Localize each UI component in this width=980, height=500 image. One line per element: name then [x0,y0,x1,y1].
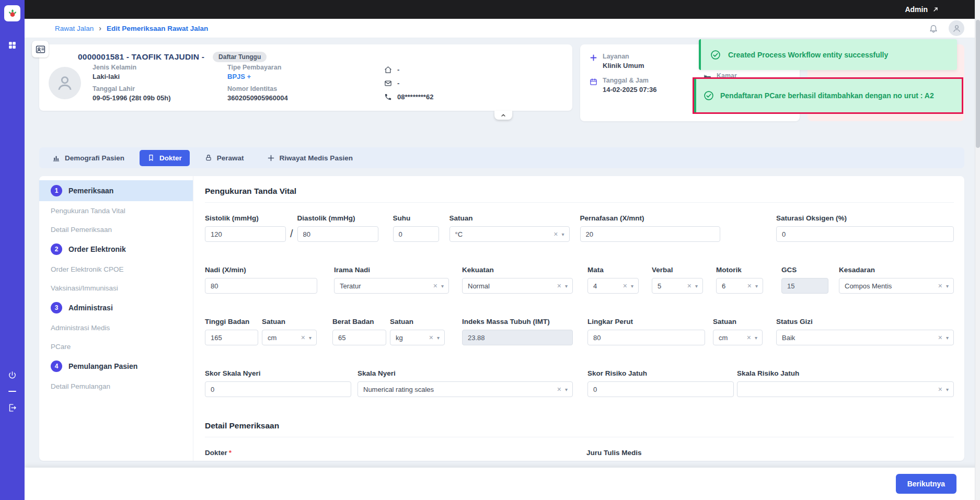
chevron-down-icon[interactable]: ▾ [946,387,949,392]
jenis-kelamin-value: Laki-laki [93,73,227,80]
dokter-label: Dokter [205,449,227,457]
chevron-down-icon[interactable]: ▾ [755,335,757,341]
irama-nadi-select[interactable]: Teratur × ▾ [334,278,449,294]
suhu-input[interactable] [393,226,439,242]
skala-risiko-jatuh-select[interactable]: × ▾ [737,381,954,397]
step-sub-order-elektronik-cpoe[interactable]: Order Elektronik CPOE [39,260,193,278]
chevron-down-icon[interactable]: ▾ [441,283,444,289]
chevron-down-icon[interactable]: ▾ [565,387,568,392]
satuan-suhu-select[interactable]: °C × ▾ [449,226,570,242]
bell-icon[interactable] [929,24,938,33]
chevron-down-icon[interactable]: ▾ [695,283,698,289]
tab-demografi-pasien[interactable]: Demografi Pasien [44,150,132,166]
apps-grid-icon[interactable] [0,41,25,50]
step-sub-pcare[interactable]: PCare [39,337,193,356]
contact-address-row: - [384,66,433,74]
diastolik-input[interactable] [297,226,378,242]
chevron-down-icon[interactable]: ▾ [946,283,949,289]
clear-icon[interactable]: × [687,282,691,290]
satuan-tinggi-select[interactable]: cm × ▾ [262,330,317,345]
satuan-lingkar-select[interactable]: cm × ▾ [713,330,763,345]
sistolik-input[interactable] [205,226,286,242]
pernafasan-input[interactable] [580,226,720,242]
logo-glyph [7,8,18,19]
chevron-down-icon[interactable]: ▾ [631,283,633,289]
step-pemeriksaan[interactable]: 1 Pemeriksaan [39,180,193,201]
clear-icon[interactable]: × [557,282,561,290]
admin-user-label[interactable]: Admin [905,5,928,14]
skala-nyeri-select[interactable]: Numerical rating scales × ▾ [358,381,573,397]
select-value: Normal [468,282,554,290]
clear-icon[interactable]: × [938,282,942,290]
step-sub-vaksinasi-immunisasi[interactable]: Vaksinasi/Immunisasi [39,278,193,297]
scrollbar-thumb[interactable] [976,20,980,148]
tinggi-badan-input[interactable] [205,330,258,345]
app-logo[interactable] [4,5,20,21]
user-avatar[interactable] [949,20,964,36]
logout-door-icon[interactable] [0,403,25,412]
external-arrow-icon[interactable] [932,6,939,13]
kekuatan-select[interactable]: Normal × ▾ [462,278,573,294]
berat-badan-input[interactable] [332,330,386,345]
toast-workflow-success[interactable]: Created Process Workflow entity successf… [699,39,957,70]
kesadaran-select[interactable]: Compos Mentis × ▾ [839,278,954,294]
breadcrumb-parent[interactable]: Rawat Jalan [55,25,94,32]
jenis-kelamin-label: Jenis Kelamin [93,64,227,71]
skor-risiko-jatuh-input[interactable] [587,381,734,397]
chevron-down-icon[interactable]: ▾ [437,335,440,341]
clear-icon[interactable]: × [429,333,433,342]
clear-icon[interactable]: × [623,282,627,290]
footer-bar: Berikutnya [25,468,980,500]
field-label: Satuan [713,318,763,325]
chevron-down-icon[interactable]: ▾ [562,231,564,237]
toast-pcare-success-highlighted[interactable]: Pendaftaran PCare berhasil ditambahkan d… [693,77,963,114]
lingkar-perut-input[interactable] [587,330,705,345]
field-label: Suhu [393,214,439,222]
collapse-header-button[interactable] [494,111,512,120]
field-skor-skala-nyeri: Skor Skala Nyeri [205,369,351,397]
select-value: cm [268,334,298,342]
clear-icon[interactable]: × [433,282,437,290]
tab-dokter[interactable]: Dokter [140,150,190,166]
field-pernafasan: Pernafasan (X/mnt) [580,214,720,242]
clear-icon[interactable]: × [938,333,942,342]
saturasi-input[interactable] [776,226,954,242]
section-title-vitals: Pengukuran Tanda Vital [205,187,954,203]
nadi-input[interactable] [205,278,317,294]
clear-icon[interactable]: × [301,333,305,342]
tanggal-lahir-label: Tanggal Lahir [93,85,227,92]
chevron-down-icon[interactable]: ▾ [946,335,949,341]
power-icon[interactable] [0,371,25,380]
satuan-berat-select[interactable]: kg × ▾ [390,330,445,345]
clear-icon[interactable]: × [747,282,752,290]
step-pemulangan-pasien[interactable]: 4 Pemulangan Pasien [39,356,193,377]
select-value: 6 [722,282,744,290]
chevron-down-icon[interactable]: ▾ [755,283,758,289]
clear-icon[interactable]: × [557,385,561,393]
tab-perawat[interactable]: Perawat [197,150,252,166]
step-administrasi[interactable]: 3 Administrasi [39,297,193,318]
step-sub-detail-pemulangan[interactable]: Detail Pemulangan [39,377,193,396]
tipe-pembayaran-value[interactable]: BPJS + [227,73,380,80]
patient-id-card-icon[interactable] [32,41,49,57]
motorik-select[interactable]: 6 × ▾ [716,278,763,294]
clear-icon[interactable]: × [747,333,751,342]
field-satuan-tinggi: Satuan cm × ▾ [262,318,317,345]
status-gizi-select[interactable]: Baik × ▾ [776,330,954,345]
verbal-select[interactable]: 5 × ▾ [652,278,703,294]
field-skala-nyeri: Skala Nyeri Numerical rating scales × ▾ [358,369,573,397]
clear-icon[interactable]: × [554,230,558,238]
tab-riwayat-medis-pasien[interactable]: Riwayat Medis Pasien [259,150,361,166]
chevron-down-icon[interactable]: ▾ [309,335,312,341]
mata-select[interactable]: 4 × ▾ [587,278,639,294]
clear-icon[interactable]: × [938,385,942,393]
tanggal-jam-value: 14-02-2025 07:36 [603,86,656,94]
step-sub-detail-pemeriksaan[interactable]: Detail Pemeriksaan [39,220,193,239]
step-order-elektronik[interactable]: 2 Order Elektronik [39,239,193,260]
step-sub-administrasi-medis[interactable]: Administrasi Medis [39,318,193,337]
next-button[interactable]: Berikutnya [896,474,956,494]
step-sub-pengukuran-tanda-vital[interactable]: Pengukuran Tanda Vital [39,201,193,220]
chevron-down-icon[interactable]: ▾ [565,283,568,289]
field-tanggal-lahir: Tanggal Lahir 09-05-1996 (28t 09b 05h) [93,85,227,102]
skor-skala-nyeri-input[interactable] [205,381,351,397]
